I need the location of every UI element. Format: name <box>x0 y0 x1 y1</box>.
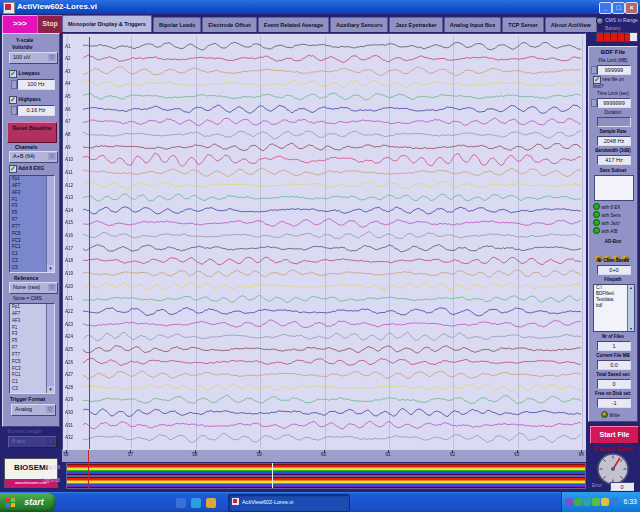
time-limit-input[interactable]: 9999999 <box>597 98 631 108</box>
axis-tick-label: 62 <box>444 452 460 457</box>
electrode-item[interactable]: AF3 <box>10 190 47 197</box>
electrode-item[interactable]: AF3 <box>10 318 47 325</box>
spinner-icon[interactable] <box>591 66 597 74</box>
electrode-item[interactable]: Fp1 <box>10 176 47 183</box>
electrode-item[interactable]: C3 <box>10 258 47 265</box>
chevron-down-icon: ▽ <box>48 284 56 291</box>
electrode-item[interactable]: FC5 <box>10 231 47 238</box>
start-file-button[interactable]: Start File <box>590 426 639 444</box>
electrode-item[interactable]: C1 <box>10 251 47 258</box>
trigger-format-dropdown[interactable]: Analog▽ <box>11 404 56 416</box>
electrode-item[interactable]: AF7 <box>10 183 47 190</box>
electrode-item[interactable]: FC3 <box>10 238 47 245</box>
trigger-bar-1-8 <box>66 463 586 476</box>
tab-analog-input-box[interactable]: Analog Input Box <box>444 17 502 32</box>
tab-jazz-eyetracker[interactable]: Jazz Eyetracker <box>389 17 442 32</box>
filepath-box[interactable]: C:\BDFfiles\Testdata.bdf <box>593 284 635 332</box>
quick-launch-icon-2[interactable] <box>191 498 201 508</box>
electrode-item[interactable]: FC5 <box>10 359 47 366</box>
electrode-item[interactable]: C5 <box>10 265 47 272</box>
electrode-item[interactable]: FC1 <box>10 244 47 251</box>
error-label: Error <box>592 483 602 488</box>
reset-baseline-button[interactable]: Reset Baseline <box>7 122 57 143</box>
quick-launch-icon-1[interactable] <box>176 498 186 508</box>
minimize-button[interactable]: _ <box>599 2 612 14</box>
tray-icon-6[interactable] <box>610 498 618 506</box>
tray-icon-3[interactable] <box>583 498 591 506</box>
channel-select-list[interactable]: Fp1AF7AF3F1F3F5F7FT7FC5FC3FC1C1C3C5 <box>9 175 55 273</box>
channel-label-a2: A2 <box>65 56 79 61</box>
run-button[interactable]: >>> <box>2 15 38 34</box>
channel-label-a17: A17 <box>65 246 79 251</box>
time-cursor-red[interactable] <box>88 450 89 488</box>
reference-dropdown[interactable]: None (raw)▽ <box>9 282 58 294</box>
electrode-item[interactable]: F3 <box>10 203 47 210</box>
save-subset-list[interactable] <box>594 175 634 201</box>
scrollbar[interactable] <box>46 304 54 393</box>
tray-icon-1[interactable] <box>565 498 573 506</box>
file-limit-input[interactable]: 999999 <box>597 65 631 75</box>
electrode-item[interactable]: F7 <box>10 217 47 224</box>
electrode-item[interactable]: F3 <box>10 331 47 338</box>
electrode-item[interactable]: FT7 <box>10 352 47 359</box>
electrode-item[interactable]: Fp1 <box>10 304 47 311</box>
electrode-item[interactable]: F1 <box>10 325 47 332</box>
channel-label-a19: A19 <box>65 271 79 276</box>
electrode-item[interactable]: FC1 <box>10 372 47 379</box>
spinner-icon[interactable] <box>591 99 597 107</box>
yscale-dropdown[interactable]: 100 uV▽ <box>9 52 58 64</box>
spinner-icon[interactable] <box>11 106 17 115</box>
electrode-item[interactable]: C3 <box>10 386 47 393</box>
subset-led-with-jazz: with Jazz <box>593 219 620 226</box>
sample-rate-value: 2048 Hz <box>597 136 631 146</box>
start-button[interactable]: start <box>0 493 56 512</box>
tab-tcp-server[interactable]: TCP Server <box>502 17 544 32</box>
electrode-item[interactable]: FT7 <box>10 224 47 231</box>
tray-icon-2[interactable] <box>574 498 582 506</box>
bandwidth-label: Bandwidth (3dB) <box>589 148 637 153</box>
electrode-item[interactable]: F5 <box>10 210 47 217</box>
channel-label-a29: A29 <box>65 397 79 402</box>
electrode-item[interactable]: F1 <box>10 197 47 204</box>
check-icon: ✓ <box>9 96 17 104</box>
reference-list[interactable]: Fp1AF7AF3F1F3F5F7FT7FC5FC3FC1C1C3 <box>9 303 55 394</box>
x-axis: 565758596061626364 <box>62 450 586 462</box>
lowpass-checkbox[interactable]: ✓ Lowpass <box>9 70 40 78</box>
quick-launch-icon-3[interactable] <box>206 498 216 508</box>
tab-auxiliary-sensors[interactable]: Auxiliary Sensors <box>330 17 388 32</box>
yscale-label: Y-scale <box>16 37 33 43</box>
close-button[interactable]: × <box>625 2 638 14</box>
taskbar-task-button[interactable]: ActiView602-Lores.vi <box>228 494 350 512</box>
left-control-panel: Y-scale Volts/div 100 uV▽ ✓ Lowpass 100 … <box>2 33 60 427</box>
highpass-value[interactable]: 0.16 Hz <box>17 105 55 116</box>
spinner-icon[interactable] <box>11 80 17 89</box>
tab-monopolar-display-triggers[interactable]: Monopolar Display & Triggers <box>62 15 152 32</box>
stop-button[interactable]: Stop <box>37 15 63 34</box>
tray-icon-4[interactable] <box>592 498 600 506</box>
total-saved-value: 0 <box>597 379 631 389</box>
scrollbar[interactable] <box>627 285 634 331</box>
electrode-item[interactable]: F5 <box>10 338 47 345</box>
trig-9-16-label: Trig 9-16 <box>28 478 60 483</box>
tab-event-related-average[interactable]: Event Related Average <box>258 17 329 32</box>
taskbar-clock: 6:33 <box>623 492 637 512</box>
tab-electrode-offset[interactable]: Electrode Offset <box>202 17 256 32</box>
electrode-item[interactable]: F7 <box>10 345 47 352</box>
electrode-item[interactable]: FC3 <box>10 366 47 373</box>
channel-label-a6: A6 <box>65 107 79 112</box>
highpass-checkbox[interactable]: ✓ Highpass <box>9 96 41 104</box>
tab-about-actiview[interactable]: About ActiView <box>545 17 597 32</box>
filepath-label: Filepath <box>589 277 637 282</box>
add-exg-checkbox[interactable]: ✓ Add 8 EXG <box>9 165 44 173</box>
electrode-item[interactable]: AF7 <box>10 311 47 318</box>
channels-dropdown[interactable]: A+B (64)▽ <box>9 151 58 163</box>
electrode-item[interactable]: C1 <box>10 379 47 386</box>
tab-bipolar-leads[interactable]: Bipolar Leads <box>153 17 201 32</box>
maximize-button[interactable]: □ <box>612 2 625 14</box>
scrollbar[interactable] <box>46 176 54 272</box>
taskbar: start ActiView602-Lores.vi 6:33 <box>0 492 640 512</box>
lowpass-value[interactable]: 100 Hz <box>17 79 55 90</box>
tray-icon-5[interactable] <box>601 498 609 506</box>
trigger-bar-9-16 <box>66 476 586 489</box>
new-file-checkbox[interactable]: ✓ new file on limit? <box>593 76 635 90</box>
